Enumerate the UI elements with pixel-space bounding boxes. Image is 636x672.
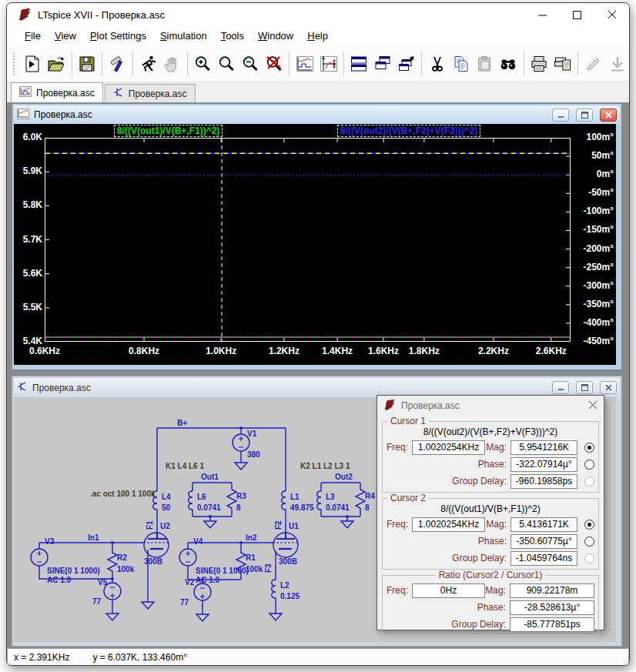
cursor1-phase-radio[interactable]: [584, 460, 594, 470]
plot-window-title-bar[interactable]: Проверка.asc: [14, 105, 620, 124]
y-left-tick-label: 5.5K: [14, 302, 42, 313]
cursor2-phase-radio[interactable]: [584, 537, 594, 547]
fit-axes-button[interactable]: [316, 50, 340, 78]
zoom-in-button[interactable]: [191, 50, 215, 78]
open-file-button[interactable]: [45, 50, 69, 78]
waveform-icon: [17, 109, 29, 122]
status-x-readout: x = 2.391KHz: [14, 652, 69, 663]
paste-button[interactable]: [473, 50, 497, 78]
zoom-area-button[interactable]: [215, 50, 239, 78]
x-axis-tick-label: 2.2KHz: [470, 346, 517, 356]
tile-vertically-button[interactable]: [371, 50, 395, 78]
y-left-tick-label: 5.6K: [14, 268, 42, 279]
halt-simulation-button[interactable]: [160, 50, 184, 78]
menu-simulation[interactable]: Simulation: [153, 27, 214, 45]
group-delay-label: Group Delay:: [387, 619, 510, 630]
tab-label: Проверка.asc: [36, 88, 95, 99]
cursor1-mag-value[interactable]: 5.9541216K: [510, 440, 577, 455]
trace-label-out2[interactable]: 8/((V(out2)/(V(B+,F2)+V(F3)))^2): [337, 125, 480, 137]
x-axis-tick-label: 1.4KHz: [313, 346, 361, 356]
cursor2-group-delay-value[interactable]: -1.0459764ns: [510, 551, 577, 566]
tab-label: Проверка.asc: [129, 89, 187, 99]
cursor2-mag-radio[interactable]: [584, 520, 594, 530]
y-left-tick-label: 5.8K: [14, 199, 42, 210]
schematic-maximize-button[interactable]: [576, 381, 593, 394]
cursor1-group-delay-value[interactable]: -960.19858ps: [510, 474, 577, 489]
schematic-minimize-button[interactable]: [552, 381, 569, 394]
toolbar-separator: [577, 52, 578, 75]
tab-plot[interactable]: Проверка.asc: [11, 82, 103, 102]
schematic-label: .ac oct 100 1 100k: [90, 490, 156, 498]
zoom-out-button[interactable]: [239, 50, 263, 78]
schematic-label: AC 1.0: [196, 576, 220, 584]
maximize-button[interactable]: [560, 3, 594, 26]
schematic-label: V2: [185, 578, 195, 587]
cursor1-mag-radio[interactable]: [584, 443, 594, 453]
print-preview-button[interactable]: [551, 50, 575, 78]
minimize-button[interactable]: [525, 3, 560, 26]
x-axis-tick-label: 2.6KHz: [527, 346, 575, 356]
cursor1-group-delay-radio: [584, 476, 594, 486]
new-schematic-button[interactable]: [21, 50, 45, 78]
control-panel-button[interactable]: [105, 50, 129, 78]
tab-bar: Проверка.asc Проверка.asc: [7, 82, 629, 102]
schematic-label: 49.875: [290, 503, 314, 512]
schematic-close-button[interactable]: [600, 381, 617, 394]
y-left-tick-label: 6.0K: [14, 132, 42, 142]
menu-view[interactable]: View: [48, 27, 83, 45]
plot-maximize-button[interactable]: [576, 109, 593, 122]
menu-file[interactable]: File: [18, 27, 48, 45]
freq-label: Freq:: [387, 442, 412, 453]
save-button[interactable]: [75, 50, 99, 78]
toolbar-grip[interactable]: [13, 52, 17, 75]
cursor-dialog-close-icon[interactable]: [588, 400, 598, 412]
cascade-windows-button[interactable]: [395, 50, 419, 78]
zoom-full-extents-button[interactable]: [262, 50, 286, 78]
y-right-tick-label: -350m°: [574, 299, 614, 309]
copy-button[interactable]: [449, 50, 473, 78]
tab-schematic[interactable]: Проверка.asc: [105, 84, 196, 102]
window-title: LTspice XVII - Проверка.asc: [38, 9, 525, 21]
schematic-label: V1: [247, 430, 257, 438]
menu-bar: FileViewPlot SettingsSimulationToolsWind…: [7, 26, 629, 45]
x-axis-tick-label: 0.6KHz: [21, 346, 69, 356]
schematic-label: Out1: [201, 473, 219, 481]
autorange-y-axis-button[interactable]: [293, 50, 316, 78]
trace-label-out1[interactable]: 8/((V(out1)/V(B+,F1))^2): [114, 125, 223, 137]
schematic-label: 300B: [144, 557, 162, 566]
menu-tools[interactable]: Tools: [214, 27, 251, 45]
plot-canvas[interactable]: [45, 138, 571, 342]
y-right-tick-label: -50m°: [574, 187, 614, 198]
y-right-tick-label: -200m°: [574, 243, 614, 254]
plot-pane[interactable]: 8/((V(out1)/V(B+,F1))^2) 8/((V(out2)/(V(…: [14, 124, 616, 365]
cursor1-heading: Cursor 1: [387, 416, 429, 426]
cursor2-freq-value[interactable]: 1.0020254KHz: [412, 517, 485, 532]
cursor2-mag-value[interactable]: 5.4136171K: [510, 517, 577, 532]
cursor2-group-delay-radio: [584, 553, 594, 563]
freq-label: Freq:: [387, 519, 412, 530]
schematic-label: V4: [193, 537, 203, 546]
schematic-label: 0.125: [280, 592, 300, 600]
edit-annotation-button[interactable]: [581, 50, 605, 78]
y-right-tick-label: -450m°: [574, 336, 614, 346]
cursor1-freq-value[interactable]: 1.0020254KHz: [412, 440, 485, 455]
y-left-tick-label: 5.4K: [14, 336, 42, 346]
menu-plot-settings[interactable]: Plot Settings: [83, 27, 153, 45]
menu-window[interactable]: Window: [251, 27, 300, 45]
menu-help[interactable]: Help: [300, 27, 335, 45]
find-button[interactable]: [497, 50, 521, 78]
close-button[interactable]: [594, 3, 629, 26]
cut-button[interactable]: [425, 50, 449, 78]
run-simulation-button[interactable]: [136, 50, 160, 78]
print-button[interactable]: [527, 50, 551, 78]
cursor-dialog-title-bar[interactable]: Проверка.asc: [377, 396, 604, 416]
cursor2-phase-value[interactable]: -350.60775µ°: [510, 534, 577, 549]
datasheet-download-button[interactable]: [605, 50, 629, 78]
plot-minimize-button[interactable]: [552, 109, 569, 122]
plot-close-button[interactable]: [600, 109, 617, 122]
schematic-label: L1: [290, 493, 300, 501]
cursor1-phase-value[interactable]: -322.07914µ°: [510, 457, 577, 472]
schematic-label: 0.0741: [326, 503, 350, 512]
schematic-label: AC 1.0: [47, 576, 72, 584]
tile-horizontally-button[interactable]: [347, 50, 371, 78]
